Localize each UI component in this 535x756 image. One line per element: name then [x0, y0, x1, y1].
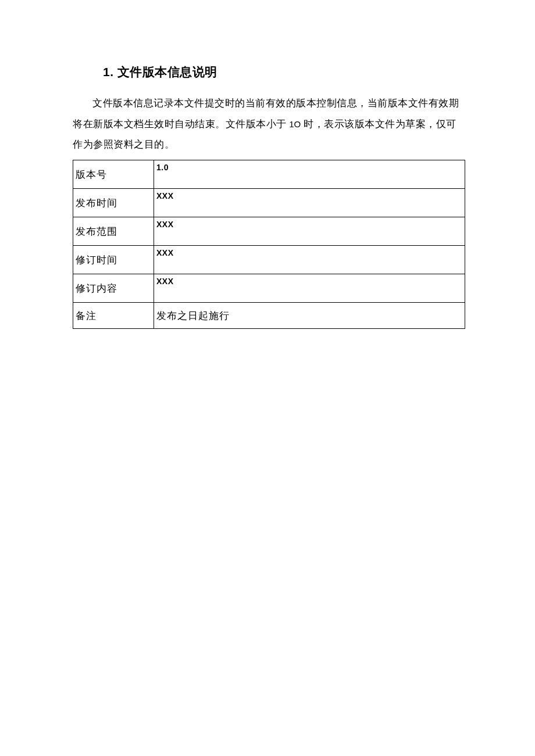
row-value: XXX — [154, 246, 465, 274]
document-page: 1.文件版本信息说明 文件版本信息记录本文件提交时的当前有效的版本控制信息，当前… — [0, 0, 535, 756]
table-row: 版本号 1.0 — [73, 160, 465, 189]
row-value: XXX — [154, 217, 465, 246]
heading-number: 1. — [103, 65, 114, 78]
table-row: 备注 发布之日起施行 — [73, 303, 465, 329]
intro-paragraph: 文件版本信息记录本文件提交时的当前有效的版本控制信息，当前版本文件有效期将在新版… — [73, 93, 465, 155]
heading-title: 文件版本信息说明 — [117, 65, 217, 78]
row-label: 版本号 — [73, 160, 154, 189]
para-ascii: 1O — [289, 119, 301, 129]
row-value: 发布之日起施行 — [154, 303, 465, 329]
table-row: 发布范围 XXX — [73, 217, 465, 246]
row-value: 1.0 — [154, 160, 465, 189]
row-label: 备注 — [73, 303, 154, 329]
table-row: 修订内容 XXX — [73, 274, 465, 303]
row-value: XXX — [154, 274, 465, 303]
table-row: 发布时间 XXX — [73, 189, 465, 217]
row-label: 发布范围 — [73, 217, 154, 246]
section-heading: 1.文件版本信息说明 — [103, 64, 465, 80]
row-label: 修订时间 — [73, 246, 154, 274]
row-value: XXX — [154, 189, 465, 217]
version-table: 版本号 1.0 发布时间 XXX 发布范围 XXX 修订时间 XXX 修订内容 … — [73, 160, 465, 329]
table-row: 修订时间 XXX — [73, 246, 465, 274]
row-label: 发布时间 — [73, 189, 154, 217]
row-label: 修订内容 — [73, 274, 154, 303]
